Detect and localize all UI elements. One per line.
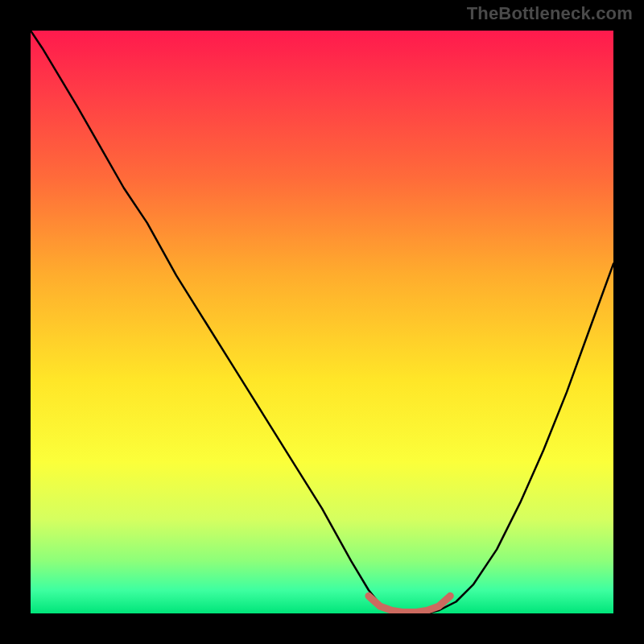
chart-frame: TheBottleneck.com	[0, 0, 644, 644]
plot-area	[31, 31, 613, 613]
marker-path	[369, 596, 450, 612]
optimal-marker	[31, 31, 613, 613]
watermark-text: TheBottleneck.com	[467, 3, 633, 24]
